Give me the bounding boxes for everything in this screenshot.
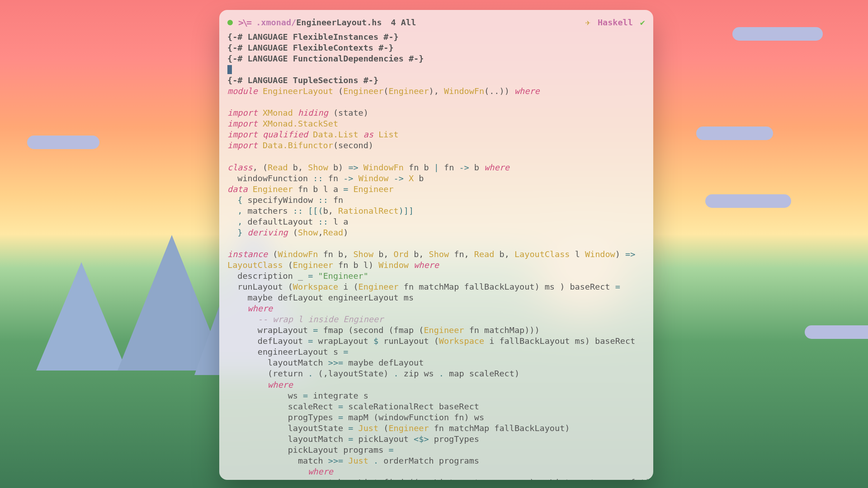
bg-cloud [805,325,868,339]
file-path: .xmonad/EngineerLayout.hs [256,17,382,28]
editor-window: >\= .xmonad/EngineerLayout.hs 4 All ✈ Ha… [219,10,653,480]
diagnostics-ok-icon: ✔ [640,17,645,28]
bg-cloud [705,194,791,208]
editor-statusline: >\= .xmonad/EngineerLayout.hs 4 All ✈ Ha… [227,16,645,29]
language-label: Haskell [598,17,633,28]
lsp-status-icon: ✈ [585,17,590,28]
cursor-position: 4 All [391,17,416,28]
haskell-logo-icon: >\= [238,17,250,28]
cursor [227,65,232,74]
file-path-name: EngineerLayout.hs [296,18,382,27]
code-area[interactable]: {-# LANGUAGE FlexibleInstances #-} {-# L… [227,32,645,480]
modified-dot-icon [227,20,233,25]
bg-mountain [118,235,226,371]
bg-mountain [36,262,127,371]
file-path-dir: .xmonad/ [256,18,296,27]
bg-cloud [732,27,823,41]
bg-cloud [696,127,773,140]
bg-cloud [27,136,99,149]
